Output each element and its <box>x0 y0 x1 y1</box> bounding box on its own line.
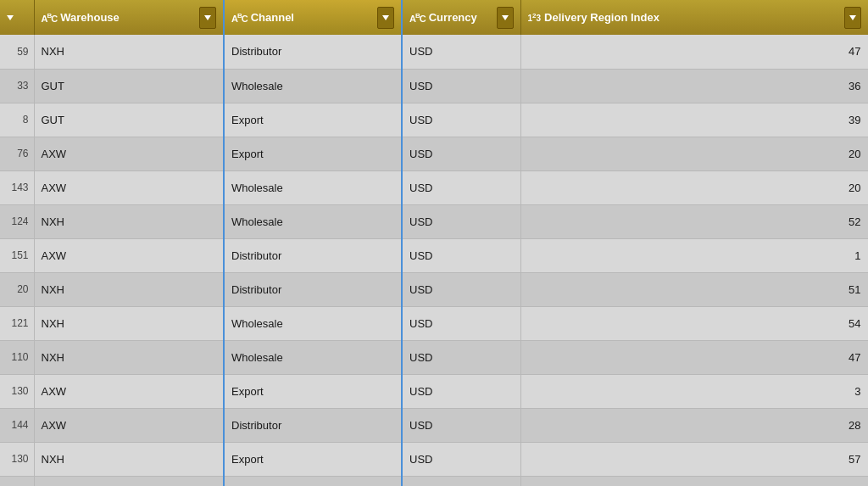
table-row: 110NXHWholesaleUSD47 <box>0 340 868 374</box>
row-warehouse: AXW <box>34 238 224 272</box>
row-index: 8 <box>0 103 34 137</box>
sort-icon <box>7 15 14 20</box>
row-delivery: 20 <box>520 170 868 204</box>
table-row: 8GUTExportUSD39 <box>0 103 868 137</box>
row-currency: USD <box>402 35 520 69</box>
row-index: 59 <box>0 35 34 69</box>
row-channel: Export <box>224 374 402 408</box>
channel-header[interactable]: ABC Channel <box>224 0 402 35</box>
warehouse-dropdown-button[interactable] <box>199 7 216 29</box>
row-index: 33 <box>0 69 34 103</box>
row-delivery: 36 <box>520 69 868 103</box>
row-currency: USD <box>402 103 520 137</box>
table-row: 121NXHWholesaleUSD54 <box>0 306 868 340</box>
channel-dropdown-icon <box>382 15 389 20</box>
channel-dropdown-button[interactable] <box>377 7 394 29</box>
row-currency: USD <box>402 306 520 340</box>
row-delivery <box>520 476 868 486</box>
abc-icon: ABC <box>42 12 58 24</box>
row-delivery: 3 <box>520 374 868 408</box>
warehouse-header[interactable]: ABC Warehouse <box>34 0 224 35</box>
currency-dropdown-icon <box>502 15 509 20</box>
index-header <box>0 0 34 35</box>
row-channel: Distributor <box>224 272 402 306</box>
row-currency: USD <box>402 374 520 408</box>
row-delivery: 47 <box>520 35 868 69</box>
row-index: 151 <box>0 238 34 272</box>
row-channel: Wholesale <box>224 340 402 374</box>
row-warehouse: NXH <box>34 442 224 476</box>
currency-abc-icon: ABC <box>409 12 426 24</box>
table-row: 20NXHDistributorUSD51 <box>0 272 868 306</box>
row-currency: USD <box>402 476 520 486</box>
table-row: 124NXHWholesaleUSD52 <box>0 204 868 238</box>
table-row: 143AXWWholesaleUSD20 <box>0 170 868 204</box>
row-delivery: 51 <box>520 272 868 306</box>
currency-dropdown-button[interactable] <box>497 7 514 29</box>
table-row: 76AXWExportUSD20 <box>0 137 868 170</box>
row-currency: USD <box>402 238 520 272</box>
data-table: ABC Warehouse ABC Channel <box>0 0 868 486</box>
row-warehouse: NXH <box>34 476 224 486</box>
row-warehouse: NXH <box>34 204 224 238</box>
row-delivery: 1 <box>520 238 868 272</box>
row-delivery: 57 <box>520 442 868 476</box>
row-currency: USD <box>402 408 520 442</box>
row-channel: Distributor <box>224 238 402 272</box>
currency-header[interactable]: ABC Currency <box>402 0 520 35</box>
row-warehouse: AXW <box>34 408 224 442</box>
row-channel: Export <box>224 103 402 137</box>
row-index: 27 <box>0 476 34 486</box>
table-row: 59NXHDistributorUSD47 <box>0 35 868 69</box>
row-delivery: 28 <box>520 408 868 442</box>
delivery-dropdown-icon <box>849 15 856 20</box>
row-delivery: 20 <box>520 137 868 170</box>
row-index: 124 <box>0 204 34 238</box>
row-channel: Distributor <box>224 408 402 442</box>
table-row: 33GUTWholesaleUSD36 <box>0 69 868 103</box>
row-warehouse: GUT <box>34 103 224 137</box>
channel-header-label: Channel <box>251 11 294 24</box>
warehouse-dropdown-icon <box>204 15 211 20</box>
row-currency: USD <box>402 137 520 170</box>
row-index: 130 <box>0 442 34 476</box>
table-row: 144AXWDistributorUSD28 <box>0 408 868 442</box>
row-warehouse: AXW <box>34 374 224 408</box>
row-channel: Export <box>224 137 402 170</box>
currency-header-label: Currency <box>429 11 477 24</box>
row-channel: Wholesale <box>224 204 402 238</box>
row-channel: Wholesale <box>224 69 402 103</box>
row-index: 143 <box>0 170 34 204</box>
delivery-num-icon: 123 <box>528 12 542 23</box>
row-currency: USD <box>402 170 520 204</box>
delivery-header[interactable]: 123 Delivery Region Index <box>520 0 868 35</box>
row-index: 20 <box>0 272 34 306</box>
row-warehouse: NXH <box>34 306 224 340</box>
row-index: 144 <box>0 408 34 442</box>
row-currency: USD <box>402 204 520 238</box>
row-warehouse: AXW <box>34 137 224 170</box>
row-warehouse: NXH <box>34 340 224 374</box>
table-row: 130NXHExportUSD57 <box>0 442 868 476</box>
table-row: 130AXWExportUSD3 <box>0 374 868 408</box>
row-currency: USD <box>402 442 520 476</box>
row-channel: Wholesale <box>224 306 402 340</box>
row-warehouse: GUT <box>34 69 224 103</box>
row-channel: Wholesale <box>224 170 402 204</box>
warehouse-header-label: Warehouse <box>60 11 120 24</box>
row-warehouse: NXH <box>34 272 224 306</box>
row-delivery: 52 <box>520 204 868 238</box>
row-delivery: 47 <box>520 340 868 374</box>
row-channel: Distributor <box>224 35 402 69</box>
table-row: 27NXHUSD <box>0 476 868 486</box>
row-currency: USD <box>402 272 520 306</box>
delivery-header-label: Delivery Region Index <box>544 11 659 24</box>
delivery-dropdown-button[interactable] <box>844 7 861 29</box>
row-index: 76 <box>0 137 34 170</box>
row-delivery: 39 <box>520 103 868 137</box>
row-currency: USD <box>402 340 520 374</box>
table-header-row: ABC Warehouse ABC Channel <box>0 0 868 35</box>
row-channel <box>224 476 402 486</box>
row-currency: USD <box>402 69 520 103</box>
row-index: 110 <box>0 340 34 374</box>
